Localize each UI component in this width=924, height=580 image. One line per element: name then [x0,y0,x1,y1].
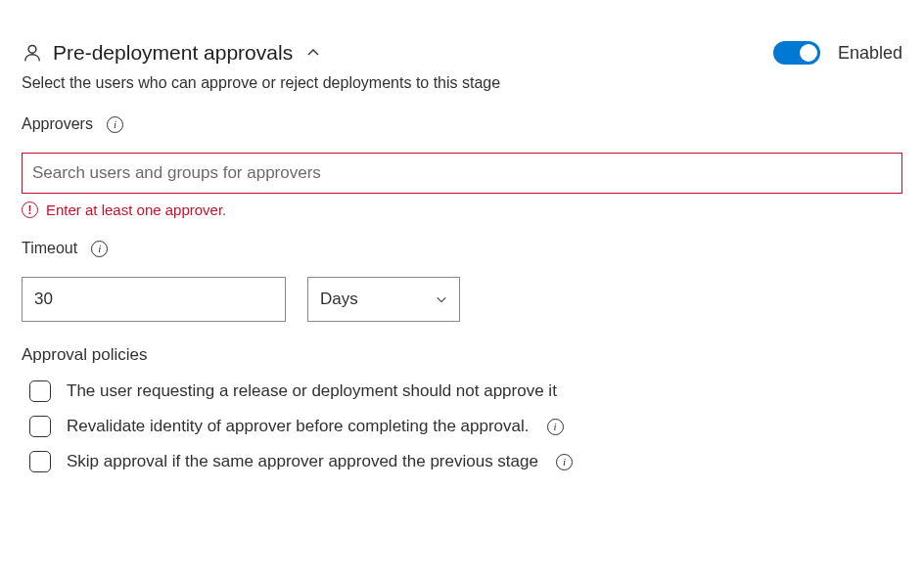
header-right: Enabled [773,41,902,65]
policy-checkbox[interactable] [29,451,51,472]
approvers-label: Approvers [22,115,93,133]
info-icon[interactable]: i [556,454,573,470]
timeout-unit-select[interactable]: Days [307,277,460,322]
section-header: Pre-deployment approvals Enabled [22,41,902,65]
timeout-value-input[interactable] [22,277,286,322]
policy-label: Revalidate identity of approver before c… [67,417,530,436]
policy-row: Revalidate identity of approver before c… [22,416,902,437]
header-left[interactable]: Pre-deployment approvals [22,41,320,65]
chevron-up-icon [306,46,320,60]
policy-row: The user requesting a release or deploym… [22,380,902,402]
enabled-toggle[interactable] [773,41,820,65]
toggle-knob [800,44,817,62]
policy-checkbox[interactable] [29,416,51,437]
timeout-label: Timeout [22,240,77,257]
policy-label: Skip approval if the same approver appro… [67,452,538,471]
section-title: Pre-deployment approvals [53,41,293,65]
policy-row: Skip approval if the same approver appro… [22,451,902,472]
person-icon [22,42,43,64]
info-icon[interactable]: i [91,241,108,257]
policies-title: Approval policies [22,345,902,365]
approvers-search-input[interactable] [22,153,902,194]
approvers-error: ! Enter at least one approver. [22,201,902,218]
toggle-label: Enabled [838,43,902,64]
section-description: Select the users who can approve or reje… [22,74,902,92]
error-icon: ! [22,201,38,218]
error-text: Enter at least one approver. [46,201,226,218]
timeout-label-row: Timeout i [22,240,902,257]
timeout-row: Days [22,277,902,322]
policy-checkbox[interactable] [29,380,51,402]
approvers-label-row: Approvers i [22,115,902,133]
svg-point-0 [28,45,36,53]
policy-label: The user requesting a release or deploym… [67,381,557,401]
info-icon[interactable]: i [107,116,123,133]
chevron-down-icon [436,293,447,305]
info-icon[interactable]: i [547,419,564,435]
timeout-unit-value: Days [320,290,358,309]
